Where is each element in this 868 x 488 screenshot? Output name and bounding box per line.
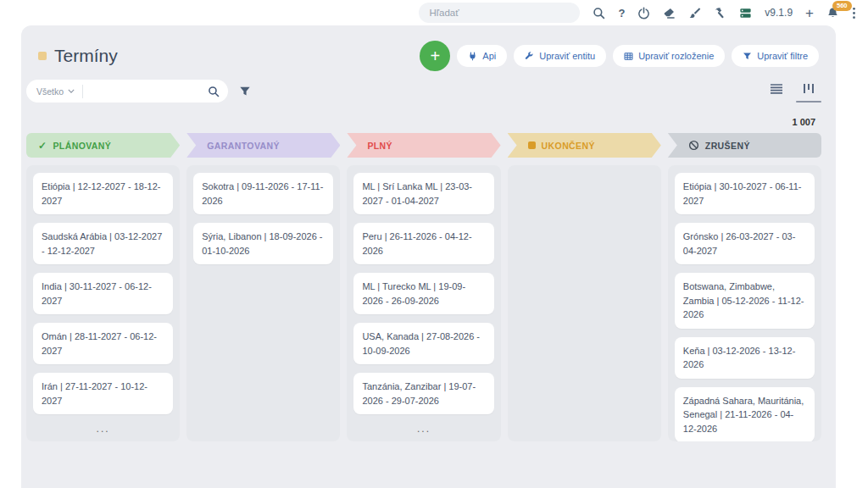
kanban-board: ✓PLÁNOVANÝEtiópia | 12-12-2027 - 18-12-2… <box>21 127 836 441</box>
help-icon[interactable]: ? <box>618 7 625 19</box>
funnel-icon <box>743 52 752 61</box>
kanban-card[interactable]: Keňa | 03-12-2026 - 13-12-2026 <box>675 337 815 379</box>
kanban-column-header: GARANTOVANÝ <box>186 133 340 158</box>
kanban-column-header: PLNÝ <box>347 133 500 158</box>
notification-badge: 560 <box>832 1 852 11</box>
kanban-card[interactable]: Sokotra | 09-11-2026 - 17-11-2026 <box>193 173 333 214</box>
entity-search-input[interactable] <box>91 86 208 97</box>
bell-icon[interactable]: 560 <box>826 7 839 19</box>
eraser-icon[interactable] <box>663 7 676 19</box>
check-icon: ✓ <box>38 140 47 152</box>
filter-funnel-icon[interactable] <box>239 86 251 97</box>
api-button[interactable]: Api <box>457 45 507 67</box>
kanban-card[interactable]: Botswana, Zimbabwe, Zambia | 05-12-2026 … <box>675 273 815 329</box>
kanban-column: ✓PLÁNOVANÝEtiópia | 12-12-2027 - 18-12-2… <box>26 133 180 441</box>
kanban-card[interactable]: Sýria, Libanon | 18-09-2026 - 01-10-2026 <box>193 223 333 264</box>
kanban-column: UKONČENÝ <box>508 133 661 441</box>
kanban-column-header: UKONČENÝ <box>508 133 661 158</box>
kanban-view-icon[interactable] <box>802 82 815 96</box>
divider <box>82 85 83 98</box>
kanban-card[interactable]: USA, Kanada | 27-08-2026 - 10-09-2026 <box>353 323 493 364</box>
kanban-column-label: UKONČENÝ <box>542 141 595 151</box>
kanban-card[interactable]: Peru | 26-11-2026 - 04-12-2026 <box>353 223 493 264</box>
kanban-card[interactable]: Irán | 27-11-2027 - 10-12-2027 <box>33 373 173 414</box>
kanban-card[interactable]: India | 30-11-2027 - 06-12-2027 <box>33 273 173 314</box>
page-title: Termíny <box>54 46 118 66</box>
edit-entity-button-label: Upraviť entitu <box>539 51 595 61</box>
kanban-card[interactable]: Omán | 28-11-2027 - 06-12-2027 <box>33 323 173 364</box>
scope-dropdown[interactable]: Všetko <box>36 86 75 97</box>
edit-entity-button[interactable]: Upraviť entitu <box>514 45 606 67</box>
kanban-column-label: PLNÝ <box>367 141 392 151</box>
search-icon[interactable] <box>593 7 605 19</box>
kanban-column: PLNÝML | Srí Lanka ML | 23-03-2027 - 01-… <box>347 133 500 441</box>
search-submit-icon[interactable] <box>208 86 220 97</box>
kanban-lane: ML | Srí Lanka ML | 23-03-2027 - 01-04-2… <box>347 165 500 441</box>
kanban-column-label: ZRUŠENÝ <box>705 141 750 151</box>
header-actions: + Api Upraviť entitu Upraviť rozloženie <box>420 41 819 71</box>
entity-search: Všetko <box>26 80 228 103</box>
kanban-column-label: GARANTOVANÝ <box>207 141 280 151</box>
kanban-card[interactable]: ML | Turecko ML | 19-09-2026 - 26-09-202… <box>353 273 493 314</box>
create-button[interactable]: + <box>420 41 450 71</box>
toolbar-row: Všetko <box>21 71 836 103</box>
global-search-input[interactable] <box>419 3 580 23</box>
total-count: 1 007 <box>792 117 815 127</box>
chevron-down-icon <box>68 89 75 93</box>
kanban-column-header: ZRUŠENÝ <box>668 133 821 158</box>
entity-icon <box>38 52 47 60</box>
edit-layout-button-label: Upraviť rozloženie <box>638 51 714 61</box>
edit-filters-button[interactable]: Upraviť filtre <box>732 45 819 67</box>
wrench-icon <box>525 52 534 61</box>
kanban-card[interactable]: Tanzánia, Zanzibar | 19-07-2026 - 29-07-… <box>353 373 493 414</box>
scope-dropdown-label: Všetko <box>36 86 64 97</box>
title-group: Termíny <box>38 46 118 66</box>
list-view-icon[interactable] <box>770 82 783 96</box>
square-icon <box>528 141 536 149</box>
plug-icon <box>468 52 477 61</box>
kanban-card[interactable]: Etiópia | 30-10-2027 - 06-11-2027 <box>675 173 815 214</box>
content-panel: Termíny + Api Upraviť entitu Upraviť r <box>21 25 836 488</box>
kanban-more-button[interactable]: ... <box>353 423 493 435</box>
count-row: 1 007 <box>21 103 836 127</box>
kanban-lane: Etiópia | 30-10-2027 - 06-11-2027Grónsko… <box>668 165 821 441</box>
hammer-icon[interactable] <box>714 7 726 19</box>
kanban-lane <box>508 165 661 441</box>
page-header: Termíny + Api Upraviť entitu Upraviť r <box>21 25 836 71</box>
brush-icon[interactable] <box>688 7 701 19</box>
plus-icon[interactable]: + <box>805 7 814 19</box>
kanban-card[interactable]: Grónsko | 26-03-2027 - 03-04-2027 <box>675 223 815 264</box>
kanban-lane: Sokotra | 09-11-2026 - 17-11-2026Sýria, … <box>186 165 340 441</box>
kanban-column: ZRUŠENÝEtiópia | 30-10-2027 - 06-11-2027… <box>668 133 821 441</box>
kanban-more-button[interactable]: ... <box>33 423 173 435</box>
topbar: ? v9.1.9 + 560 <box>0 0 868 25</box>
kanban-column-label: PLÁNOVANÝ <box>53 141 111 151</box>
kanban-card[interactable]: Saudská Arábia | 03-12-2027 - 12-12-2027 <box>33 223 173 264</box>
api-button-label: Api <box>482 51 496 61</box>
version-label: v9.1.9 <box>765 7 793 19</box>
edit-filters-button-label: Upraviť filtre <box>757 51 808 61</box>
edit-layout-button[interactable]: Upraviť rozloženie <box>613 45 725 67</box>
power-icon[interactable] <box>637 7 650 19</box>
kanban-card[interactable]: Etiópia | 12-12-2027 - 18-12-2027 <box>33 173 173 214</box>
view-toggles <box>770 80 815 96</box>
table-icon <box>624 52 633 61</box>
kanban-card[interactable]: Západná Sahara, Mauritánia, Senegal | 21… <box>675 387 815 442</box>
search-group: Všetko <box>26 80 251 103</box>
ban-icon <box>688 140 699 151</box>
kanban-card[interactable]: ML | Srí Lanka ML | 23-03-2027 - 01-04-2… <box>353 173 493 214</box>
kanban-lane: Etiópia | 12-12-2027 - 18-12-2027Saudská… <box>26 165 180 441</box>
kanban-column: GARANTOVANÝSokotra | 09-11-2026 - 17-11-… <box>186 133 340 441</box>
kebab-menu-icon[interactable] <box>852 7 856 19</box>
kanban-column-header: ✓PLÁNOVANÝ <box>26 133 180 158</box>
server-icon[interactable] <box>739 7 752 19</box>
